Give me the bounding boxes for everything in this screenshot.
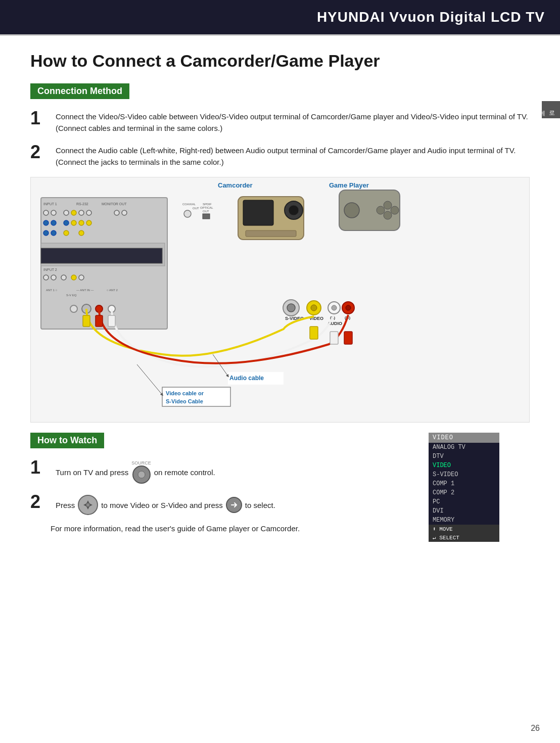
step-2-text: Connect the Audio cable (Left-white, Rig… [56,143,530,168]
svg-line-81 [137,364,162,395]
osd-item-7: DVI [429,506,499,516]
svg-point-21 [79,230,84,236]
main-content: How to Connect a Camcorder/Game Player C… [0,36,560,553]
osd-item-4: COMP 1 [429,479,499,488]
watch-step-2-number: 2 [30,493,51,511]
svg-text:S-Video Cable: S-Video Cable [166,398,203,404]
svg-point-87 [86,503,90,507]
svg-rect-40 [41,248,162,263]
svg-point-8 [79,210,84,215]
page-title: How to Connect a Camcorder/Game Player [30,51,530,71]
side-tab: 로 메 뉴 [542,101,560,118]
svg-rect-73 [108,315,115,327]
svg-point-18 [43,230,49,236]
enter-button-icon [226,497,242,513]
osd-item-5: COMP 2 [429,488,499,497]
svg-point-67 [384,211,392,219]
source-button-icon [132,466,151,484]
svg-point-16 [79,220,84,225]
header: HYUNDAI Vvuon Digital LCD TV [0,0,560,36]
svg-point-33 [71,275,76,280]
svg-point-30 [43,275,49,280]
svg-text:S-V EQ: S-V EQ [66,294,77,297]
osd-footer-select: ↵ SELECT [429,533,499,542]
svg-point-66 [391,206,399,214]
svg-point-41 [70,305,77,312]
svg-point-15 [71,220,76,225]
svg-point-9 [86,210,91,215]
step-1-number: 1 [30,109,51,127]
watch-step-1-content: Turn on TV and press SOURCE on remote co… [56,458,215,484]
svg-point-20 [64,230,69,236]
svg-text:INPUT 2: INPUT 2 [43,268,57,271]
osd-item-1: DTV [429,452,499,461]
svg-point-64 [344,203,359,218]
svg-rect-71 [344,332,352,344]
svg-rect-62 [246,230,296,237]
watch-step-1-number: 1 [30,458,51,477]
svg-rect-28 [203,214,210,219]
page-number: 26 [531,724,540,733]
svg-point-11 [122,210,127,215]
svg-text:OPTICAL: OPTICAL [200,206,213,209]
side-tab-0: 로 [547,106,556,113]
watch-step-2-prefix: Press [56,501,75,509]
header-title: HYUNDAI Vvuon Digital LCD TV [317,9,545,25]
svg-point-14 [64,220,69,225]
side-tab-1: 메 [538,106,546,113]
watch-step-2-suffix: to select. [245,501,275,509]
connection-step-2: 2 Connect the Audio cable (Left-white, R… [30,143,530,168]
step-1-text: Connect the Video/S-Video cable between … [56,109,530,134]
svg-rect-72 [83,315,90,327]
svg-rect-70 [330,332,338,344]
svg-point-4 [43,210,49,215]
connection-step-1: 1 Connect the Video/S-Video cable betwee… [30,109,530,134]
svg-point-82 [138,471,145,478]
svg-text:COAXIAL: COAXIAL [182,203,196,206]
svg-rect-59 [243,200,273,225]
svg-point-24 [184,210,191,217]
watch-step-2-middle: to move Video or S-Video and press [101,501,222,509]
camcorder-label: Camcorder [218,181,253,189]
svg-text:OUT: OUT [203,210,209,213]
svg-point-17 [86,220,91,225]
svg-point-61 [289,205,299,215]
osd-header: VIDEO [429,433,499,443]
svg-point-46 [287,304,295,312]
nav-button-icon [78,495,98,515]
osd-menu: VIDEO ANALOG TV DTV VIDEO S-VIDEO COMP 1… [429,433,499,542]
osd-footer: ⬆ MOVE [429,525,499,533]
how-to-watch-badge: How to Watch [30,433,104,448]
connection-method-badge: Connection Method [30,83,129,99]
svg-point-10 [114,210,119,215]
watch-step-1-prefix: Turn on TV and press [56,468,128,477]
game-player-label: Game Player [329,181,369,189]
svg-text:SPDIF: SPDIF [203,203,212,206]
svg-text:○ ANT 2: ○ ANT 2 [107,289,118,292]
svg-text:RS-232: RS-232 [76,202,88,206]
svg-point-65 [384,201,392,209]
osd-item-8: MEMORY [429,516,499,525]
connection-method-section: Connection Method 1 Connect the Video/S-… [30,83,530,168]
svg-text:Audio cable: Audio cable [229,375,264,382]
side-tab-2: 뉴 [528,106,537,113]
diagram-svg: INPUT 1 RS-232 MONITOR OUT C [36,182,524,415]
svg-point-31 [51,275,56,280]
diagram-section: Camcorder Game Player INPUT 1 RS-232 MON… [30,177,530,423]
svg-text:ANT 1 ○: ANT 1 ○ [46,289,58,292]
svg-point-12 [43,220,49,225]
osd-item-0: ANALOG TV [429,443,499,452]
svg-text:OUT: OUT [193,207,199,210]
svg-point-49 [311,305,317,311]
osd-move-label: ⬆ MOVE [433,526,453,532]
svg-rect-69 [310,327,318,339]
svg-rect-74 [96,315,103,327]
svg-text:Video cable or: Video cable or [166,390,204,396]
svg-text:INPUT 1: INPUT 1 [43,202,57,206]
source-label: SOURCE [131,460,151,466]
svg-point-5 [51,210,56,215]
svg-point-55 [346,305,351,310]
watch-step-1-suffix: on remote control. [154,468,215,477]
watch-step-2-content: Press to move Video or S-Video and press [56,493,275,515]
svg-point-19 [51,230,56,236]
